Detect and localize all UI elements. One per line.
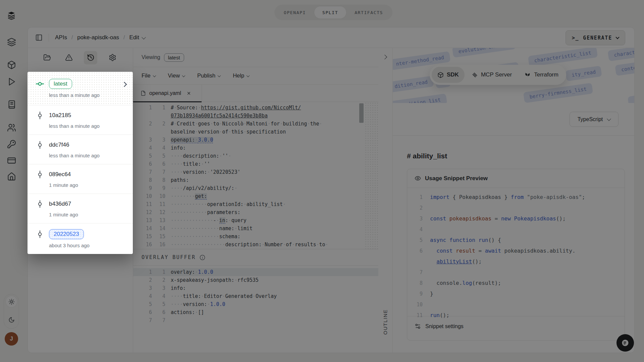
current-commit-icon bbox=[36, 80, 44, 88]
commit-node-icon bbox=[36, 230, 44, 239]
version-item-b436d67[interactable]: b436d671 minute ago bbox=[28, 194, 133, 223]
version-history-popover: latestless than a minute ago10a2185less … bbox=[28, 72, 133, 254]
version-timestamp: 1 minute ago bbox=[49, 182, 133, 188]
version-label: ddc7f46 bbox=[49, 142, 69, 148]
version-label: 10a2185 bbox=[49, 112, 71, 119]
commit-node-icon bbox=[36, 111, 44, 120]
version-item-10a2185[interactable]: 10a2185less than a minute ago bbox=[28, 105, 133, 135]
commit-node-icon bbox=[36, 170, 44, 179]
version-timestamp: 1 minute ago bbox=[49, 212, 133, 217]
version-label: b436d67 bbox=[49, 201, 71, 207]
version-timestamp: less than a minute ago bbox=[49, 92, 133, 98]
version-label: 089ec64 bbox=[49, 171, 71, 178]
version-timestamp: less than a minute ago bbox=[49, 153, 133, 158]
version-timestamp: less than a minute ago bbox=[49, 123, 133, 129]
latest-version-pill: latest bbox=[49, 79, 72, 89]
tagged-version-pill: 20220523 bbox=[49, 229, 84, 239]
version-item-latest[interactable]: latestless than a minute ago bbox=[28, 72, 133, 105]
commit-node-icon bbox=[36, 141, 44, 149]
version-item-089ec64[interactable]: 089ec641 minute ago bbox=[28, 164, 133, 194]
commit-node-icon bbox=[36, 200, 44, 208]
version-item-20220523[interactable]: 20220523about 3 hours ago bbox=[28, 223, 133, 254]
version-item-ddc7f46[interactable]: ddc7f46less than a minute ago bbox=[28, 135, 133, 164]
version-timestamp: about 3 hours ago bbox=[49, 243, 133, 248]
